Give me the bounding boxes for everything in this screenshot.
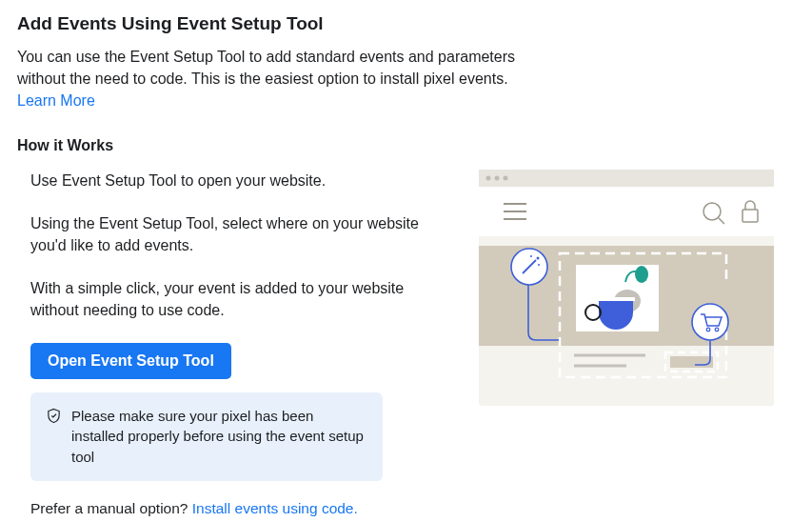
manual-prefix: Prefer a manual option?	[30, 500, 192, 516]
svg-point-4	[504, 175, 508, 180]
page-title: Add Events Using Event Setup Tool	[17, 13, 795, 34]
svg-point-3	[495, 175, 500, 180]
learn-more-link[interactable]: Learn More	[17, 92, 95, 109]
step-1: Use Event Setup Tool to open your websit…	[30, 170, 440, 191]
svg-point-2	[486, 175, 491, 180]
shield-icon	[46, 408, 62, 428]
intro-text: You can use the Event Setup Tool to add …	[17, 49, 515, 87]
install-code-link[interactable]: Install events using code.	[192, 500, 358, 516]
svg-point-29	[538, 264, 540, 266]
svg-rect-1	[479, 170, 774, 187]
step-2: Using the Event Setup Tool, select where…	[30, 212, 440, 256]
illustration	[479, 170, 774, 410]
svg-rect-17	[597, 297, 635, 301]
content-row: Use Event Setup Tool to open your websit…	[17, 170, 795, 517]
svg-point-15	[635, 266, 648, 283]
left-column: Use Event Setup Tool to open your websit…	[17, 170, 450, 517]
svg-point-30	[692, 304, 728, 340]
svg-point-27	[537, 256, 540, 259]
svg-point-28	[530, 255, 532, 257]
open-event-setup-button[interactable]: Open Event Setup Tool	[30, 343, 231, 379]
manual-option-line: Prefer a manual option? Install events u…	[30, 500, 450, 517]
info-box: Please make sure your pixel has been ins…	[30, 392, 383, 481]
step-3: With a simple click, your event is added…	[30, 277, 440, 321]
info-message: Please make sure your pixel has been ins…	[71, 406, 367, 468]
svg-rect-22	[479, 279, 525, 331]
intro-paragraph: You can use the Event Setup Tool to add …	[17, 46, 550, 112]
how-it-works-title: How it Works	[17, 137, 795, 154]
svg-rect-20	[670, 356, 713, 368]
